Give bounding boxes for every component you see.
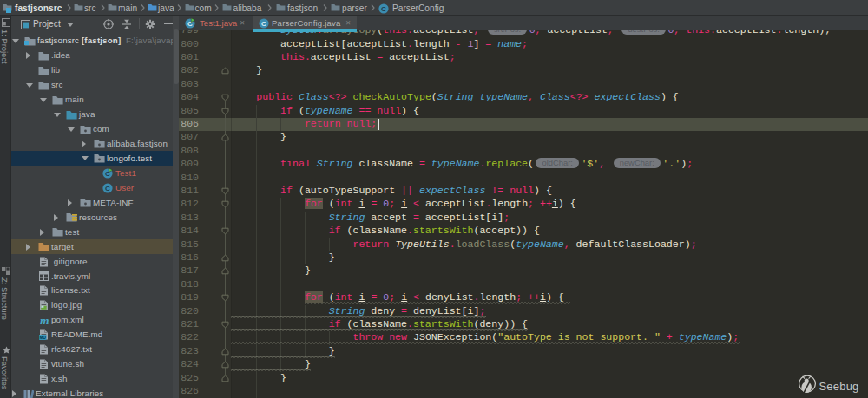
svg-text:MD: MD [39, 336, 46, 340]
svg-text:C: C [105, 185, 110, 192]
svg-text:C: C [381, 4, 386, 12]
svg-text:C: C [261, 19, 266, 27]
